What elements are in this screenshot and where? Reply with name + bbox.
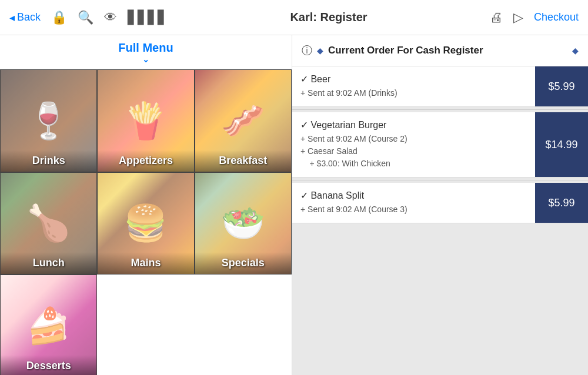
order-item-name-2: ✓ Banana Split	[300, 190, 527, 201]
menu-item-label-breakfast: Breakfast	[195, 150, 291, 172]
checkout-button[interactable]: Checkout	[534, 11, 579, 24]
info-icon: ⓘ	[302, 43, 312, 58]
menu-item-label-appetizers: Appetizers	[98, 150, 193, 172]
top-bar: ◂ Back 🔒 🔍 👁 ▋▋▋▋ Karl: Register 🖨 ▷ Che…	[0, 0, 588, 35]
lock-icon[interactable]: 🔒	[51, 10, 67, 25]
order-divider-0	[292, 109, 588, 110]
chevron-down-icon: ⌄	[0, 55, 292, 64]
diamond-left-icon: ◆	[317, 46, 323, 55]
order-item-details-0: ✓ Beer+ Sent at 9:02 AM (Drinks)	[292, 66, 535, 106]
order-item-subs-1: + Sent at 9:02 AM (Course 2)+ Caesar Sal…	[300, 133, 527, 170]
menu-item-label-specials: Specials	[195, 252, 291, 274]
right-panel: ⓘ ◆ Current Order For Cash Register ◆ ✓ …	[292, 35, 588, 375]
eye-icon[interactable]: 👁	[104, 10, 117, 25]
left-panel: Full Menu ⌄ 🍷Drinks🍟Appetizers🥓Breakfast…	[0, 35, 292, 375]
menu-item-appetizers[interactable]: 🍟Appetizers	[97, 69, 194, 172]
order-item-subs-0: + Sent at 9:02 AM (Drinks)	[300, 87, 527, 99]
order-item-name-1: ✓ Vegetarian Burger	[300, 119, 527, 130]
barcode-icon[interactable]: ▋▋▋▋	[128, 10, 168, 25]
share-icon[interactable]: ▷	[513, 10, 523, 25]
order-item-price-1: $14.99	[535, 112, 588, 177]
order-item-subs-2: + Sent at 9:02 AM (Course 3)	[300, 203, 527, 216]
main-content: Full Menu ⌄ 🍷Drinks🍟Appetizers🥓Breakfast…	[0, 35, 588, 375]
menu-grid: 🍷Drinks🍟Appetizers🥓Breakfast🍗Lunch🍔Mains…	[0, 69, 292, 375]
back-button[interactable]: ◂ Back	[9, 11, 41, 24]
menu-item-breakfast[interactable]: 🥓Breakfast	[195, 69, 292, 172]
menu-item-desserts[interactable]: 🍰Desserts	[0, 274, 97, 375]
order-item-price-2: $5.99	[535, 183, 588, 223]
order-item-1[interactable]: ✓ Vegetarian Burger+ Sent at 9:02 AM (Co…	[292, 112, 588, 178]
menu-item-mains[interactable]: 🍔Mains	[97, 172, 194, 275]
order-header: ⓘ ◆ Current Order For Cash Register ◆	[292, 35, 588, 66]
page-title: Karl: Register	[168, 11, 490, 24]
order-item-0[interactable]: ✓ Beer+ Sent at 9:02 AM (Drinks)$5.99	[292, 66, 588, 107]
order-item-name-0: ✓ Beer	[300, 73, 527, 85]
search-icon[interactable]: 🔍	[78, 10, 93, 25]
print-icon[interactable]: 🖨	[490, 10, 503, 25]
back-chevron-icon: ◂	[9, 11, 15, 24]
diamond-right-icon: ◆	[572, 46, 579, 55]
menu-item-lunch[interactable]: 🍗Lunch	[0, 172, 97, 275]
order-list: ✓ Beer+ Sent at 9:02 AM (Drinks)$5.99✓ V…	[292, 66, 588, 375]
order-item-2[interactable]: ✓ Banana Split+ Sent at 9:02 AM (Course …	[292, 183, 588, 223]
menu-item-label-mains: Mains	[98, 252, 193, 274]
menu-item-label-lunch: Lunch	[1, 252, 96, 274]
back-label: Back	[17, 11, 41, 24]
order-header-title: Current Order For Cash Register	[328, 45, 567, 56]
full-menu-header[interactable]: Full Menu ⌄	[0, 35, 292, 69]
order-item-details-1: ✓ Vegetarian Burger+ Sent at 9:02 AM (Co…	[292, 112, 535, 177]
order-item-details-2: ✓ Banana Split+ Sent at 9:02 AM (Course …	[292, 183, 535, 223]
order-item-price-0: $5.99	[535, 66, 588, 106]
menu-item-label-drinks: Drinks	[1, 150, 96, 172]
order-divider-1	[292, 180, 588, 180]
menu-item-label-desserts: Desserts	[1, 355, 96, 375]
menu-item-specials[interactable]: 🥗Specials	[195, 172, 292, 275]
menu-item-drinks[interactable]: 🍷Drinks	[0, 69, 97, 172]
